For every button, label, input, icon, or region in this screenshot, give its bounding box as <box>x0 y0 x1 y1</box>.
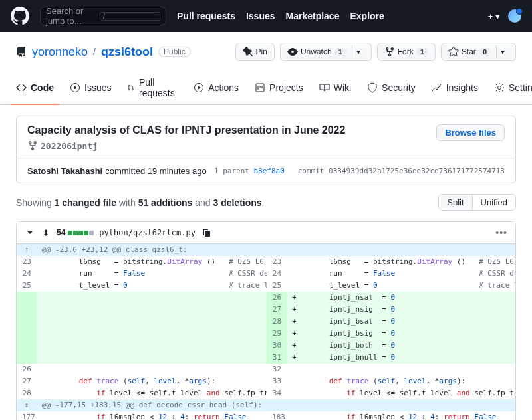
gear-icon <box>494 82 505 93</box>
commit-time: committed 19 minutes ago <box>105 166 206 176</box>
tab-issues[interactable]: Issues <box>65 72 116 105</box>
actions-icon <box>194 82 204 93</box>
tab-wiki[interactable]: Wiki <box>314 72 356 105</box>
global-search[interactable]: Search or jump to... / <box>40 7 166 25</box>
tab-pulls[interactable]: Pull requests <box>122 72 183 105</box>
kebab-menu[interactable]: ••• <box>495 227 507 238</box>
expand-icon[interactable]: ⇕ <box>17 399 37 411</box>
pull-icon <box>127 82 135 93</box>
tab-security[interactable]: Security <box>362 72 421 105</box>
expand-up-icon[interactable]: ⇡ <box>17 244 37 256</box>
tab-insights[interactable]: Insights <box>426 72 483 105</box>
commit-sha: 0334939dd32a1725e36ee32ce736171772574713 <box>329 167 505 175</box>
repo-owner-link[interactable]: yoronneko <box>32 45 88 59</box>
repo-name-link[interactable]: qzsl6tool <box>101 45 153 59</box>
projects-icon <box>255 82 265 93</box>
tab-settings[interactable]: Settings <box>489 72 532 105</box>
commit-box: Capacity analysis of CLAS for IPNTJ pres… <box>16 116 516 183</box>
repo-tabs: Code Issues Pull requests Actions Projec… <box>0 72 532 105</box>
tab-projects[interactable]: Projects <box>249 72 309 105</box>
nav-pulls[interactable]: Pull requests <box>177 11 235 21</box>
copy-icon[interactable] <box>201 227 211 238</box>
fork-icon <box>384 47 395 57</box>
star-button[interactable]: Star0▾ <box>441 43 516 61</box>
github-logo[interactable] <box>11 7 29 25</box>
issues-icon <box>70 82 80 93</box>
view-split[interactable]: Split <box>439 195 472 210</box>
expand-icon[interactable] <box>41 227 51 238</box>
tab-code[interactable]: Code <box>11 72 59 105</box>
chevron-down-icon[interactable]: ▾ <box>496 45 509 58</box>
code-icon <box>16 82 27 93</box>
chevron-down-icon[interactable] <box>25 227 35 238</box>
hunk-header: @@ -177,15 +183,15 @@ def decode_cssr_he… <box>37 399 267 411</box>
commit-author[interactable]: Satoshi Takahashi <box>27 166 102 176</box>
nav-marketplace[interactable]: Marketplace <box>286 11 340 21</box>
diff-count: 54 <box>57 228 65 237</box>
avatar[interactable] <box>508 9 521 23</box>
pin-button[interactable]: Pin <box>235 43 275 61</box>
global-nav: Pull requests Issues Marketplace Explore <box>177 11 384 21</box>
repo-icon <box>16 47 27 57</box>
diff-summary: Showing 1 changed file with 51 additions… <box>16 197 265 208</box>
shield-icon <box>367 82 378 93</box>
view-unified[interactable]: Unified <box>473 195 515 210</box>
diff-table: ⇡@@ -23,6 +23,12 @@ class qzsl6_t: 23 l6… <box>17 244 515 420</box>
nav-issues[interactable]: Issues <box>246 11 275 21</box>
visibility-badge: Public <box>158 47 191 57</box>
graph-icon <box>432 82 442 93</box>
tab-actions[interactable]: Actions <box>188 72 244 105</box>
file-diff: 54 python/qzsl62rtcm.py ••• ⇡@@ -23,6 +2… <box>16 221 516 420</box>
branch-icon <box>27 140 38 151</box>
repo-header: yoronneko / qzsl6tool Public Pin Unwatch… <box>0 32 532 61</box>
commit-title: Capacity analysis of CLAS for IPNTJ pres… <box>27 124 345 136</box>
create-menu[interactable]: + ▾ <box>488 11 500 21</box>
file-path[interactable]: python/qzsl62rtcm.py <box>99 228 196 237</box>
nav-explore[interactable]: Explore <box>350 11 384 21</box>
wiki-icon <box>319 82 330 93</box>
diff-bars <box>68 231 94 235</box>
star-icon <box>448 47 459 57</box>
branch-name[interactable]: 202206ipntj <box>41 141 98 151</box>
svg-point-4 <box>497 86 501 90</box>
chevron-down-icon[interactable]: ▾ <box>352 45 364 58</box>
fork-button[interactable]: Fork1 <box>377 43 436 61</box>
browse-files-button[interactable]: Browse files <box>436 124 505 141</box>
eye-icon <box>287 47 298 57</box>
global-header: Search or jump to... / Pull requests Iss… <box>0 0 532 32</box>
pin-icon <box>243 47 253 57</box>
parent-sha[interactable]: b8ef8a0 <box>254 167 285 175</box>
hunk-header: @@ -23,6 +23,12 @@ class qzsl6_t: <box>37 244 267 256</box>
svg-point-1 <box>74 86 76 89</box>
search-hotkey: / <box>100 12 160 21</box>
view-toggle: Split Unified <box>438 194 516 211</box>
unwatch-button[interactable]: Unwatch1▾ <box>280 43 372 61</box>
